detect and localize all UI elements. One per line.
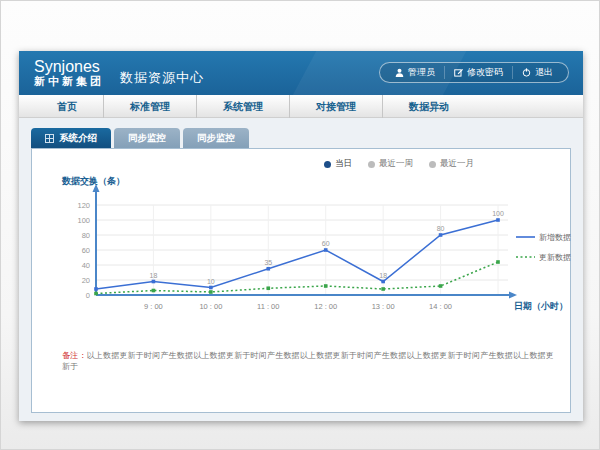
svg-text:10: 10	[207, 278, 215, 285]
svg-text:10 : 00: 10 : 00	[199, 302, 222, 311]
radio-label: 最近一月	[440, 158, 474, 170]
svg-text:100: 100	[77, 216, 90, 225]
user-label: 管理员	[408, 66, 435, 79]
svg-text:80: 80	[437, 225, 445, 232]
time-range-filter: 当日 最近一周 最近一月	[324, 158, 474, 170]
radio-dot	[429, 161, 436, 168]
main-nav: 首页 标准管理 系统管理 对接管理 数据异动	[19, 95, 583, 118]
nav-item-data-change[interactable]: 数据异动	[382, 95, 475, 118]
radio-dot	[368, 161, 375, 168]
svg-text:13 : 00: 13 : 00	[372, 302, 395, 311]
svg-text:更新数据: 更新数据	[539, 253, 571, 262]
svg-text:35: 35	[264, 259, 272, 266]
nav-item-interface-mgmt[interactable]: 对接管理	[289, 95, 382, 118]
tab-sync-monitor-1[interactable]: 同步监控	[114, 128, 180, 148]
change-password-button[interactable]: 修改密码	[444, 66, 512, 79]
svg-text:新增数据: 新增数据	[539, 233, 571, 242]
power-icon	[522, 68, 531, 77]
chart-container: 0204060801001209 : 0010 : 0011 : 0012 : …	[48, 175, 580, 351]
brand-logo: Synjones 新中新集团	[19, 59, 104, 87]
svg-text:60: 60	[322, 240, 330, 247]
user-actions: 管理员 修改密码 退出	[379, 62, 569, 83]
footnote: 备注：以上数据更新于时间产生数据以上数据更新于时间产生数据以上数据更新于时间产生…	[62, 350, 554, 372]
brand-subname: 新中新集团	[34, 76, 104, 88]
nav-item-home[interactable]: 首页	[31, 95, 103, 118]
svg-text:数据交换（条）: 数据交换（条）	[61, 176, 125, 186]
svg-text:12 : 00: 12 : 00	[314, 302, 337, 311]
svg-text:80: 80	[82, 231, 90, 240]
app-title: 数据资源中心	[120, 69, 204, 87]
tab-sync-monitor-2[interactable]: 同步监控	[183, 128, 249, 148]
radio-label: 当日	[335, 158, 352, 170]
tab-bar: 系统介绍 同步监控 同步监控	[31, 128, 571, 148]
nav-item-system-mgmt[interactable]: 系统管理	[196, 95, 289, 118]
tab-label: 同步监控	[197, 128, 235, 148]
change-password-label: 修改密码	[467, 66, 503, 79]
app-window: Synjones 新中新集团 数据资源中心 管理员 修改密码	[19, 51, 583, 421]
svg-text:18: 18	[150, 272, 158, 279]
radio-label: 最近一周	[379, 158, 413, 170]
svg-text:日期（小时）: 日期（小时）	[514, 301, 568, 311]
logout-label: 退出	[535, 66, 553, 79]
svg-text:120: 120	[77, 201, 90, 210]
radio-dot	[324, 161, 331, 168]
logout-button[interactable]: 退出	[512, 66, 562, 79]
line-chart: 0204060801001209 : 0010 : 0011 : 0012 : …	[48, 175, 580, 347]
footnote-label: 备注：	[62, 351, 87, 360]
radio-today[interactable]: 当日	[324, 158, 352, 170]
brand-name: Synjones	[34, 59, 104, 76]
svg-text:9 : 00: 9 : 00	[144, 302, 163, 311]
svg-text:11 : 00: 11 : 00	[257, 302, 279, 311]
svg-text:40: 40	[82, 261, 90, 270]
svg-text:0: 0	[86, 291, 90, 300]
svg-text:100: 100	[492, 210, 504, 217]
edit-icon	[454, 68, 463, 77]
app-header: Synjones 新中新集团 数据资源中心 管理员 修改密码	[19, 51, 583, 95]
svg-text:20: 20	[82, 276, 90, 285]
footnote-text: 以上数据更新于时间产生数据以上数据更新于时间产生数据以上数据更新于时间产生数据以…	[62, 351, 554, 371]
content-area: 系统介绍 同步监控 同步监控 当日 最近一周	[19, 118, 583, 421]
tab-system-intro[interactable]: 系统介绍	[31, 128, 111, 148]
radio-last-month[interactable]: 最近一月	[429, 158, 474, 170]
chart-panel: 当日 最近一周 最近一月 0204060801001209 : 0010 : 0…	[31, 148, 571, 413]
svg-text:18: 18	[379, 272, 387, 279]
user-icon	[395, 68, 404, 77]
current-user-button[interactable]: 管理员	[386, 66, 444, 79]
tab-label: 同步监控	[128, 128, 166, 148]
grid-icon	[45, 134, 54, 143]
svg-text:14 : 00: 14 : 00	[429, 302, 452, 311]
svg-text:60: 60	[82, 246, 90, 255]
tab-label: 系统介绍	[59, 128, 97, 148]
nav-item-standard-mgmt[interactable]: 标准管理	[103, 95, 196, 118]
page: Synjones 新中新集团 数据资源中心 管理员 修改密码	[0, 0, 600, 450]
radio-last-week[interactable]: 最近一周	[368, 158, 413, 170]
